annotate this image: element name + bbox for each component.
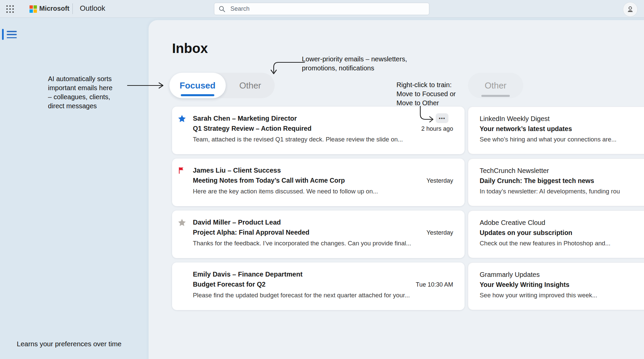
email-icon-slot — [177, 113, 193, 154]
ellipsis-icon: ⋯ — [439, 115, 446, 122]
email-sender: David Miller – Product Lead — [193, 217, 453, 227]
email-content: James Liu – Client Success Meeting Notes… — [193, 165, 453, 206]
email-subject: Budget Forecast for Q2 — [193, 279, 266, 290]
subject-row: Your network’s latest updates — [480, 124, 644, 134]
email-content: Adobe Creative Cloud Updates on your sub… — [480, 218, 644, 258]
star-icon[interactable] — [177, 218, 186, 227]
email-preview: Thanks for the feedback. I’ve incorporat… — [193, 238, 453, 248]
selected-folder-accent-bar — [2, 29, 4, 40]
email-content: Grammarly Updates Your Weekly Writing In… — [480, 270, 644, 310]
email-preview: Check out the new features in Photoshop … — [480, 238, 644, 248]
email-subject: Project Alpha: Final Approval Needed — [193, 227, 309, 238]
email-content: TechCrunch Newsletter Daily Crunch: The … — [480, 166, 644, 206]
email-timestamp: Tue 10:30 AM — [416, 280, 453, 290]
tab-other-column[interactable]: Other — [468, 73, 523, 98]
email-subject: Your network’s latest updates — [480, 124, 572, 134]
focused-active-underline — [181, 94, 214, 96]
email-sender: Emily Davis – Finance Department — [193, 269, 453, 279]
email-content: David Miller – Product Lead Project Alph… — [193, 217, 453, 258]
email-sender: Adobe Creative Cloud — [480, 218, 644, 228]
star-icon[interactable] — [177, 114, 186, 123]
ms-logo-yellow-square — [34, 9, 37, 13]
annotation-arrow-to-focused-tab — [127, 81, 166, 90]
person-icon — [626, 5, 635, 14]
outlook-focused-inbox-screen: Microsoft Outlook Inbox — [0, 0, 644, 359]
email-card-grammarly[interactable]: Grammarly Updates Your Weekly Writing In… — [468, 262, 644, 310]
app-launcher-button[interactable] — [5, 4, 15, 14]
email-timestamp: Yesterday — [427, 176, 453, 186]
search-bar[interactable] — [214, 3, 429, 15]
tab-other-label: Other — [239, 80, 261, 91]
ms-logo-green-square — [34, 5, 37, 9]
grid-icon — [6, 5, 14, 13]
more-options-button[interactable]: ⋯ — [436, 113, 448, 123]
annotation-arrow-to-other-tab — [268, 59, 306, 76]
email-icon-slot — [177, 217, 193, 258]
other-email-list: LinkedIn Weekly Digest Your network’s la… — [468, 107, 644, 310]
tab-focused[interactable]: Focused — [169, 73, 226, 98]
subject-row: Q1 Strategy Review – Action Required 2 h… — [193, 123, 453, 134]
email-subject: Q1 Strategy Review – Action Required — [193, 123, 312, 134]
annotation-arrow-to-more-button — [417, 105, 437, 123]
email-sender: Sarah Chen – Marketing Director — [193, 113, 453, 123]
subject-row: Updates on your subscription — [480, 228, 644, 238]
email-content: Emily Davis – Finance Department Budget … — [193, 269, 453, 310]
ms-logo-red-square — [30, 5, 33, 9]
email-subject: Updates on your subscription — [480, 228, 572, 238]
annotation-other: Lower-priority emails – newsletters, pro… — [302, 55, 416, 73]
email-card-emily-davis[interactable]: Emily Davis – Finance Department Budget … — [172, 262, 465, 310]
inbox-tab-group: Focused Other — [169, 73, 275, 98]
email-timestamp: Yesterday — [427, 228, 453, 238]
annotation-focused: AI automatically sorts important emails … — [48, 74, 139, 111]
email-card-david-miller[interactable]: David Miller – Product Lead Project Alph… — [172, 211, 465, 258]
hamburger-icon — [7, 31, 17, 32]
email-subject: Daily Crunch: The biggest tech news — [480, 176, 594, 186]
magnifier-icon — [218, 5, 226, 13]
email-preview: Please find the updated budget forecast … — [193, 290, 453, 300]
tab-other-column-label: Other — [485, 80, 506, 91]
hamburger-icon — [7, 34, 17, 35]
email-card-linkedin[interactable]: LinkedIn Weekly Digest Your network’s la… — [468, 107, 644, 154]
tab-focused-label: Focused — [180, 80, 216, 91]
subject-row: Project Alpha: Final Approval Needed Yes… — [193, 227, 453, 238]
flag-icon[interactable] — [177, 166, 186, 175]
email-timestamp: 2 hours ago — [421, 124, 453, 134]
email-preview: Here are the key action items discussed.… — [193, 186, 453, 196]
subject-row: Meeting Notes from Today’s Call with Acm… — [193, 175, 453, 186]
app-name: Outlook — [80, 4, 105, 13]
email-preview: In today’s newsletter: AI developments, … — [480, 186, 644, 196]
hamburger-icon — [7, 37, 17, 39]
other-column-underline — [481, 95, 510, 97]
email-subject: Your Weekly Writing Insights — [480, 280, 570, 290]
email-preview: See how your writing improved this week.… — [480, 290, 644, 300]
email-icon-slot-empty — [177, 269, 193, 310]
email-card-techcrunch[interactable]: TechCrunch Newsletter Daily Crunch: The … — [468, 159, 644, 206]
tab-other[interactable]: Other — [226, 73, 275, 98]
email-preview: Team, attached is the revised Q1 strateg… — [193, 134, 453, 144]
account-button[interactable] — [623, 2, 638, 17]
email-content: Sarah Chen – Marketing Director Q1 Strat… — [193, 113, 453, 154]
email-card-james-liu[interactable]: James Liu – Client Success Meeting Notes… — [172, 159, 465, 206]
topbar-divider — [72, 3, 73, 14]
email-subject: Meeting Notes from Today’s Call with Acm… — [193, 175, 345, 186]
annotation-train: Right-click to train: Move to Focused or… — [396, 80, 470, 108]
annotation-learns: Learns your preferences over time — [17, 339, 121, 348]
subject-row: Your Weekly Writing Insights — [480, 280, 644, 290]
menu-button[interactable] — [7, 30, 17, 39]
email-sender: TechCrunch Newsletter — [480, 166, 644, 176]
focused-email-list: Sarah Chen – Marketing Director Q1 Strat… — [172, 107, 465, 310]
email-icon-slot — [177, 165, 193, 206]
page-title: Inbox — [172, 41, 208, 56]
sidebar — [0, 17, 149, 359]
microsoft-wordmark: Microsoft — [39, 5, 69, 12]
email-sender: Grammarly Updates — [480, 270, 644, 280]
top-bar: Microsoft Outlook — [0, 0, 644, 18]
microsoft-logo-icon — [30, 5, 37, 13]
ms-logo-blue-square — [30, 9, 33, 13]
email-content: LinkedIn Weekly Digest Your network’s la… — [480, 114, 644, 154]
email-sender: LinkedIn Weekly Digest — [480, 114, 644, 124]
search-input[interactable] — [230, 5, 425, 13]
subject-row: Daily Crunch: The biggest tech news — [480, 176, 644, 186]
email-card-adobe[interactable]: Adobe Creative Cloud Updates on your sub… — [468, 211, 644, 258]
email-sender: James Liu – Client Success — [193, 165, 453, 175]
